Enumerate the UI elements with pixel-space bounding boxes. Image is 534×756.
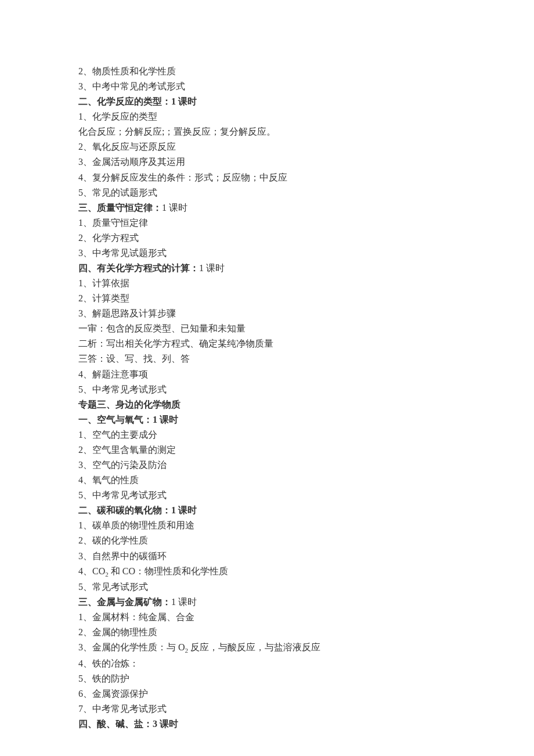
- text-line: 3、中考中常见的考试形式: [78, 79, 456, 94]
- text-line: 1、化学反应的类型: [78, 109, 456, 124]
- text-line: 一审：包含的反应类型、已知量和未知量: [78, 321, 456, 336]
- text-line: 5、中考常见考试形式: [78, 382, 456, 397]
- text-line: 2、金属的物理性质: [78, 625, 456, 640]
- text-line: 5、中考常见考试形式: [78, 488, 456, 503]
- text-line: 7、中考常见考试形式: [78, 701, 456, 717]
- text-line: 1、质量守恒定律: [78, 215, 456, 231]
- text-line: 4、解题注意事项: [78, 367, 456, 382]
- text-line: 2、氧化反应与还原反应: [78, 139, 456, 154]
- heading-bold-part: 三、金属与金属矿物：: [78, 597, 171, 607]
- heading-line: 三、金属与金属矿物：1 课时: [78, 595, 456, 610]
- text-line-chem: 4、CO2 和 CO：物理性质和化学性质: [78, 564, 456, 579]
- text-line: 2、碳的化学性质: [78, 533, 456, 548]
- chem-suffix: 和 CO：物理性质和化学性质: [109, 566, 228, 576]
- heading-line: 二、碳和碳的氧化物：1 课时: [78, 503, 456, 518]
- heading-normal-part: 1 课时: [162, 203, 187, 213]
- heading-bold-part: 三、质量守恒定律：: [78, 203, 162, 213]
- text-line: 化合反应；分解反应;；置换反应；复分解反应。: [78, 124, 456, 139]
- text-line: 二析：写出相关化学方程式、确定某纯净物质量: [78, 336, 456, 351]
- text-line: 5、常见考试形式: [78, 579, 456, 595]
- heading-line: 一、空气与氧气：1 课时: [78, 412, 456, 427]
- text-line: 2、计算类型: [78, 291, 456, 306]
- topic-heading: 专题三、身边的化学物质: [78, 397, 456, 412]
- text-line: 3、中考常见试题形式: [78, 246, 456, 261]
- text-line: 2、空气里含氧量的测定: [78, 442, 456, 458]
- heading-line: 三、质量守恒定律：1 课时: [78, 200, 456, 215]
- text-line: 4、复分解反应发生的条件：形式；反应物；中反应: [78, 170, 456, 185]
- text-line: 5、常见的试题形式: [78, 185, 456, 200]
- text-line: 1、计算依据: [78, 276, 456, 291]
- text-line: 1、空气的主要成分: [78, 427, 456, 442]
- text-line: 4、氧气的性质: [78, 473, 456, 488]
- heading-line: 四、酸、碱、盐：3 课时: [78, 717, 456, 732]
- heading-normal-part: 1 课时: [199, 263, 225, 273]
- chem-prefix: 3、金属的化学性质：与 O: [78, 642, 185, 652]
- text-line: 三答：设、写、找、列、答: [78, 351, 456, 366]
- document-body: 2、物质性质和化学性质 3、中考中常见的考试形式 二、化学反应的类型：1 课时 …: [78, 64, 456, 732]
- heading-line: 四、有关化学方程式的计算：1 课时: [78, 261, 456, 276]
- text-line: 6、金属资源保护: [78, 686, 456, 701]
- heading-bold-part: 四、有关化学方程式的计算：: [78, 263, 199, 273]
- text-line: 1、碳单质的物理性质和用途: [78, 518, 456, 533]
- chem-suffix: 反应，与酸反应，与盐溶液反应: [188, 642, 320, 652]
- text-line: 4、铁的冶炼：: [78, 656, 456, 671]
- text-line-chem: 3、金属的化学性质：与 O2 反应，与酸反应，与盐溶液反应: [78, 640, 456, 656]
- heading-normal-part: 1 课时: [171, 597, 197, 607]
- heading-line: 二、化学反应的类型：1 课时: [78, 94, 456, 109]
- text-line: 1、金属材料：纯金属、合金: [78, 610, 456, 625]
- text-line: 2、化学方程式: [78, 231, 456, 246]
- text-line: 3、空气的污染及防治: [78, 458, 456, 473]
- text-line: 5、铁的防护: [78, 671, 456, 686]
- text-line: 3、自然界中的碳循环: [78, 549, 456, 564]
- chem-prefix: 4、CO: [78, 566, 105, 576]
- text-line: 3、解题思路及计算步骤: [78, 306, 456, 321]
- text-line: 3、金属活动顺序及其运用: [78, 154, 456, 170]
- text-line: 2、物质性质和化学性质: [78, 64, 456, 79]
